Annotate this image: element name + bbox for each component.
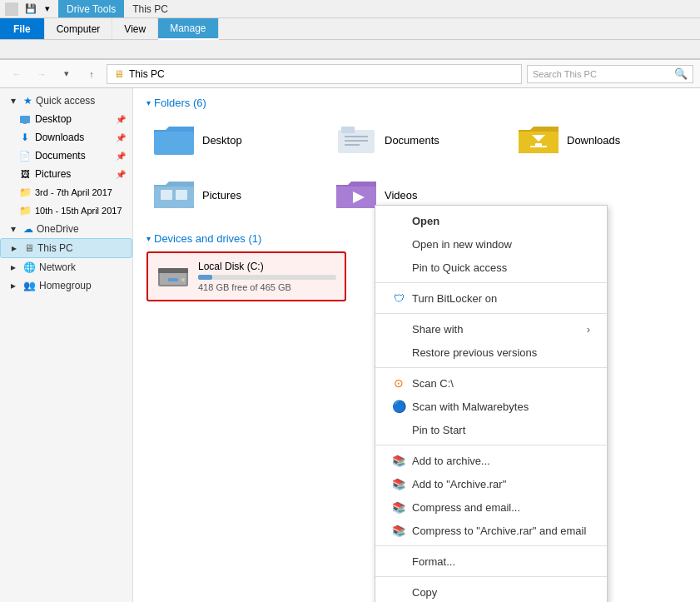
ctx-add-archive[interactable]: 📚 Add to archive... [375,449,607,472]
drive-item-c[interactable]: Local Disk (C:) 418 GB free of 465 GB [146,251,346,301]
svg-rect-23 [158,268,188,273]
desktop-label: Desktop [35,113,72,125]
search-icon: 🔍 [674,67,688,80]
ctx-add-archive-rar[interactable]: 📚 Add to "Archive.rar" [375,472,607,495]
save-btn[interactable]: 💾 [22,2,40,16]
chevron-right-icon: ▸ [7,261,20,274]
svg-rect-24 [168,278,178,281]
svg-rect-3 [154,132,194,155]
ctx-scan-c[interactable]: ⊙ Scan C:\ [375,371,607,395]
sidebar-item-network[interactable]: ▸ 🌐 Network [0,258,132,276]
sidebar: ▾ ★ Quick access Desktop 📌 ⬇ Downloads 📌… [0,88,133,602]
videos-folder-thumb [336,178,376,211]
ctx-restore-prev[interactable]: Restore previous versions [375,341,607,364]
pictures-icon: 🖼 [18,167,32,181]
ctx-sep-6 [375,576,607,577]
up-button[interactable]: ↑ [82,64,102,84]
folders-grid: Desktop Documents [146,116,687,219]
ctx-copy[interactable]: Copy [375,580,607,602]
folder-item-desktop[interactable]: Desktop [146,116,322,164]
ribbon: File Computer View Manage [0,18,700,60]
ctx-open[interactable]: Open [375,209,607,232]
ctx-compress-rar-email[interactable]: 📚 Compress to "Archive.rar" and email [375,519,607,542]
sidebar-item-desktop[interactable]: Desktop 📌 [0,110,132,128]
chevron-down-icon: ▾ [7,222,20,236]
ctx-pin-start[interactable]: Pin to Start [375,418,607,441]
ctx-bitlocker[interactable]: 🛡 Turn BitLocker on [375,286,607,310]
view-tab[interactable]: View [112,18,158,39]
back-button[interactable]: ← [7,64,27,84]
drives-section-label: Devices and drives (1) [154,232,261,245]
svg-rect-1 [23,123,27,124]
shield-icon: 🛡 [392,291,405,305]
ctx-compress-email[interactable]: 📚 Compress and email... [375,495,607,519]
sidebar-item-homegroup[interactable]: ▸ 👥 Homegroup [0,276,132,295]
sidebar-item-quick-access[interactable]: ▾ ★ Quick access [0,92,132,110]
drive-icon [156,260,190,293]
drive-name: Local Disk (C:) [198,261,336,272]
computer-tab[interactable]: Computer [45,18,113,39]
sidebar-item-downloads[interactable]: ⬇ Downloads 📌 [0,128,132,147]
desktop-folder-label: Desktop [202,134,242,147]
thispc-sidebar-label: This PC [37,242,73,254]
onedrive-label: OneDrive [37,223,79,235]
star-icon: ★ [23,95,32,107]
quick-save-toolbar: 💾 ▾ [22,2,53,16]
chevron-down-icon: ▾ [7,94,20,107]
svg-rect-0 [20,116,30,123]
sidebar-item-folder2[interactable]: 📁 10th - 15th April 2017 [0,201,132,220]
homegroup-icon: 👥 [23,280,36,291]
desktop-folder-icon [18,112,32,126]
folder-item-documents[interactable]: Documents [329,116,504,164]
recent-locations-button[interactable]: ▾ [57,64,77,84]
svg-rect-4 [338,130,375,153]
folder-icon: 📁 [18,186,32,199]
sidebar-item-folder1[interactable]: 📁 3rd - 7th April 2017 [0,183,132,201]
ctx-sep-4 [375,445,607,445]
archive-icon: 📚 [392,524,405,537]
pictures-folder-label: Pictures [202,189,241,201]
manage-tab[interactable]: Manage [158,18,218,40]
title-bar: 💾 ▾ Drive Tools This PC [0,0,700,18]
forward-button[interactable]: → [32,64,52,84]
downloads-label: Downloads [35,132,84,143]
ctx-format[interactable]: Format... [375,550,607,573]
folders-section-title[interactable]: ▾ Folders (6) [146,97,687,109]
ctx-sep-1 [375,282,607,283]
drive-info: Local Disk (C:) 418 GB free of 465 GB [198,261,336,292]
videos-folder-label: Videos [385,189,418,201]
ctx-sep-3 [375,367,607,368]
ctx-sep-2 [375,313,607,314]
homegroup-label: Homegroup [39,280,92,291]
dropdown-btn[interactable]: ▾ [42,2,53,16]
sidebar-item-onedrive[interactable]: ▾ ☁ OneDrive [0,220,132,238]
pictures-label: Pictures [35,168,71,180]
svg-rect-17 [176,190,187,200]
sidebar-item-documents[interactable]: 📄 Documents 📌 [0,147,132,165]
archive-icon: 📚 [392,454,405,467]
folder-item-pictures[interactable]: Pictures [146,171,322,219]
title-tabs: Drive Tools This PC [58,0,700,17]
chevron-right-icon: ▸ [7,279,20,292]
drive-bar-bg [198,275,336,280]
ctx-share-with[interactable]: Share with › [375,317,607,341]
downloads-icon: ⬇ [18,131,32,144]
thispc-title: This PC [124,0,176,17]
sidebar-item-pictures[interactable]: 🖼 Pictures 📌 [0,165,132,183]
ctx-scan-malwarebytes[interactable]: 🔵 Scan with Malwarebytes [375,395,607,418]
address-path[interactable]: 🖥 This PC [107,64,522,84]
search-box[interactable]: Search This PC 🔍 [527,65,693,83]
folder-item-downloads[interactable]: Downloads [511,116,687,164]
sidebar-item-thispc[interactable]: ▸ 🖥 This PC [0,238,132,258]
chevron-right-icon: ▸ [7,241,21,255]
ctx-sep-5 [375,545,607,546]
documents-folder-thumb [336,123,376,157]
svg-rect-5 [341,127,355,133]
drive-tools-tab[interactable]: Drive Tools [58,0,124,17]
file-tab[interactable]: File [0,18,45,39]
cloud-icon: ☁ [23,223,33,235]
ctx-pin-quick-access[interactable]: Pin to Quick access [375,256,607,279]
pictures-folder-thumb [154,178,194,211]
ctx-open-new-window[interactable]: Open in new window [375,232,607,256]
svg-rect-15 [154,187,194,208]
